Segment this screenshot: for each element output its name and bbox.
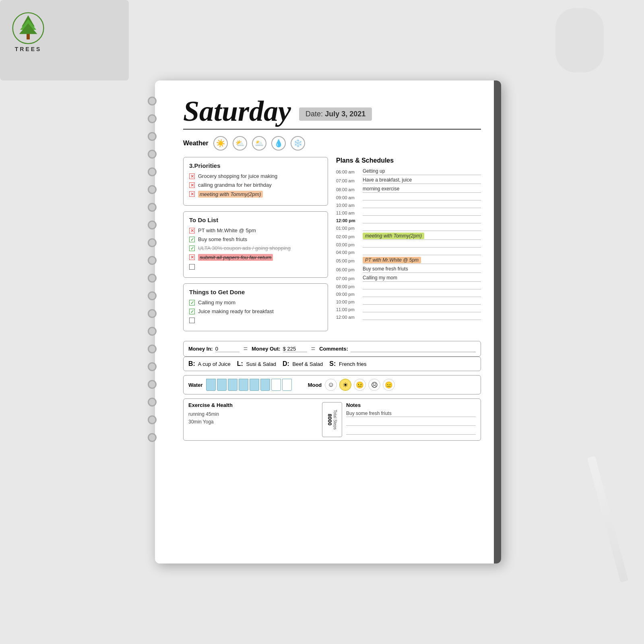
- schedule-0400pm: 04:00 pm: [336, 250, 481, 255]
- schedule-1000am: 10:00 am: [336, 202, 481, 208]
- things-title: Things to Get Done: [189, 289, 322, 295]
- checkbox-v: ✓: [189, 246, 195, 251]
- todo-item-5: [189, 264, 322, 270]
- dinner-item: D: Beef & Salad: [283, 360, 323, 367]
- checkbox-x: ✕: [189, 228, 195, 233]
- todo-text-3: ULTA 30% coupon ads / going shopping: [198, 245, 291, 251]
- money-in-field: Money In: 0: [188, 346, 239, 352]
- dinner-value: Beef & Salad: [292, 361, 323, 367]
- snack-label: S:: [329, 360, 336, 367]
- lunch-value: Susi & Salad: [246, 361, 276, 367]
- schedule-text-1000pm: [363, 299, 481, 305]
- highlight-pt: PT with Mr.White @ 5pm: [363, 257, 421, 263]
- mouse-bg: [555, 8, 604, 72]
- water-label: Water: [188, 382, 203, 388]
- todo-item-3: ✓ ULTA 30% coupon ads / going shopping: [189, 245, 322, 251]
- glass-3: [228, 379, 237, 391]
- glass-1: [206, 379, 216, 391]
- schedule-text-1000am: [363, 202, 481, 208]
- time-1000pm: 10:00 pm: [336, 299, 359, 304]
- spiral-ring: [148, 309, 157, 318]
- checkbox-x: ✕: [189, 182, 195, 188]
- checkbox-v: ✓: [189, 300, 195, 305]
- comments-value: [351, 346, 476, 352]
- sun-icon: ☀️: [213, 136, 228, 151]
- schedule-text-0700am: Have a breakfast, juice: [363, 177, 481, 184]
- schedule-text-1200am: [363, 314, 481, 320]
- schedule-text-1100pm: [363, 307, 481, 312]
- time-0600am: 06:00 am: [336, 169, 359, 174]
- todo-item-2: ✓ Buy some fresh friuts: [189, 236, 322, 242]
- schedule-text-0500pm: PT with Mr.White @ 5pm: [363, 257, 481, 264]
- header: Saturday Date: July 3, 2021: [183, 97, 481, 126]
- time-0700pm: 07:00 pm: [336, 276, 359, 281]
- mood-2: ☀: [339, 379, 351, 391]
- glass-5: [250, 379, 259, 391]
- schedule-text-0900am: [363, 195, 481, 200]
- dinner-label: D:: [283, 360, 289, 367]
- breakfast-label: B:: [188, 360, 195, 367]
- priority-text-3: meeting with Tommy(2pm): [198, 191, 263, 198]
- glass-7: [271, 379, 281, 391]
- notes-title: Notes: [346, 402, 476, 408]
- spiral-ring: [148, 185, 157, 194]
- schedule-1200pm: 12:00 pm: [336, 218, 481, 223]
- things-item-3: [189, 317, 322, 323]
- money-out-label: Money Out:: [252, 346, 281, 352]
- todo-section: To Do List ✕ PT with Mr.White @ 5pm ✓ Bu…: [183, 211, 328, 278]
- steps-label: Total Steps: [333, 410, 337, 429]
- spiral-ring: [148, 291, 157, 300]
- time-1100am: 11:00 am: [336, 211, 359, 215]
- date-label: Date:: [305, 110, 323, 118]
- schedule-text-1200pm: [363, 218, 481, 223]
- schedule-text-0900pm: [363, 291, 481, 297]
- spiral-ring: [148, 398, 157, 407]
- spiral-ring: [148, 433, 157, 442]
- schedule-0700pm: 07:00 pm Calling my mom: [336, 275, 481, 282]
- mood-4: ☹: [368, 379, 380, 391]
- schedule-0300pm: 03:00 pm: [336, 242, 481, 248]
- partly-cloudy-icon: ⛅: [233, 136, 247, 151]
- logo-text: TREES: [12, 46, 44, 52]
- time-0200pm: 02:00 pm: [336, 234, 359, 239]
- time-0300pm: 03:00 pm: [336, 242, 359, 247]
- things-text-2: Juice making ready for breakfast: [198, 308, 274, 314]
- spiral-ring: [148, 167, 157, 176]
- spiral-ring: [148, 380, 157, 389]
- snack-item: S: French fries: [329, 360, 366, 367]
- steps-box: Total Steps 8000: [322, 402, 342, 437]
- glass-8: [282, 379, 292, 391]
- schedule-0900am: 09:00 am: [336, 195, 481, 200]
- schedule-text-0100pm: [363, 225, 481, 231]
- glass-6: [260, 379, 270, 391]
- spiral-ring: [148, 415, 157, 424]
- time-0800pm: 08:00 pm: [336, 284, 359, 289]
- day-title: Saturday: [183, 97, 291, 126]
- schedule-0900pm: 09:00 pm: [336, 291, 481, 297]
- schedule-0100pm: 01:00 pm: [336, 225, 481, 231]
- header-divider: [183, 129, 481, 130]
- spiral-ring: [148, 256, 157, 265]
- checkbox-empty: [189, 318, 195, 323]
- glass-2: [217, 379, 227, 391]
- time-1100pm: 11:00 pm: [336, 307, 359, 312]
- spiral-ring: [148, 150, 157, 159]
- notes-line2: [346, 419, 476, 426]
- priority-text-2: calling grandma for her birthday: [198, 182, 272, 188]
- steps-value: 8000: [327, 414, 333, 425]
- checkbox-x: ✕: [189, 254, 195, 260]
- todo-text-1: PT with Mr.White @ 5pm: [198, 227, 256, 233]
- spiral-ring: [148, 132, 157, 141]
- mood-5: 😑: [383, 379, 395, 391]
- schedule-1200am: 12:00 am: [336, 314, 481, 320]
- pen-bg: [587, 456, 628, 582]
- exercise-title: Exercise & Health: [188, 402, 318, 408]
- water-section: Water: [188, 379, 292, 391]
- todo-text-4: submit all papers fou fax return: [198, 254, 273, 261]
- spiral-ring: [148, 345, 157, 353]
- lunch-label: L:: [237, 360, 243, 367]
- checkbox-empty: [189, 264, 195, 270]
- time-0600pm: 06:00 pm: [336, 267, 359, 272]
- date-box: Date: July 3, 2021: [299, 107, 372, 121]
- cloudy-icon: 🌥️: [252, 136, 266, 151]
